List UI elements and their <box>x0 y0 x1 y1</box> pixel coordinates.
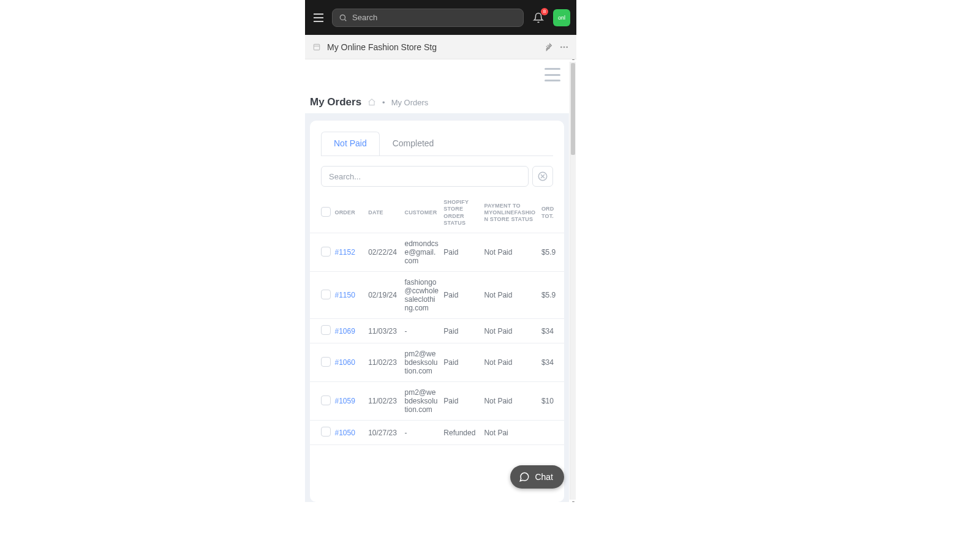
order-date: 11/02/23 <box>366 343 402 382</box>
scrollbar[interactable]: ▴ ▾ <box>570 62 576 500</box>
order-link[interactable]: #1069 <box>334 327 355 335</box>
svg-rect-2 <box>314 44 319 50</box>
notifications-button[interactable]: 8 <box>530 9 547 26</box>
breadcrumb: My Orders <box>391 98 429 107</box>
order-link[interactable]: #1150 <box>334 291 355 299</box>
order-payment-status: Not Paid <box>481 272 538 319</box>
more-icon[interactable] <box>559 42 569 52</box>
header-customer[interactable]: CUSTOMER <box>402 193 441 233</box>
scrollbar-thumb[interactable] <box>571 63 575 155</box>
order-total: $10 <box>539 382 564 421</box>
order-link[interactable]: #1059 <box>334 397 355 405</box>
account-button[interactable]: onl <box>553 9 570 26</box>
table-row: #1060 11/02/23 pm2@webdesksolution.com P… <box>310 343 564 382</box>
row-checkbox[interactable] <box>321 395 331 405</box>
order-payment-status: Not Pai <box>481 421 538 445</box>
order-payment-status: Not Paid <box>481 319 538 343</box>
order-customer: edmondcse@gmail.com <box>402 233 441 272</box>
order-shopify-status: Paid <box>441 343 481 382</box>
avatar-label: onl <box>558 15 565 21</box>
row-checkbox[interactable] <box>321 427 331 437</box>
order-link[interactable]: #1152 <box>334 248 355 257</box>
order-total: $5.9 <box>539 233 564 272</box>
header-order-total[interactable]: ORD TOT. <box>539 193 564 233</box>
order-total <box>539 421 564 445</box>
scroll-up-icon[interactable]: ▴ <box>570 59 576 62</box>
row-checkbox[interactable] <box>321 290 331 299</box>
scroll-down-icon[interactable]: ▾ <box>570 500 576 502</box>
clear-search-button[interactable] <box>532 166 553 187</box>
breadcrumb-separator: • <box>382 98 385 107</box>
order-customer: fashiongo@ccwholesaleclothing.com <box>402 272 441 319</box>
order-shopify-status: Refunded <box>441 421 481 445</box>
table-row: #1150 02/19/24 fashiongo@ccwholesaleclot… <box>310 272 564 319</box>
order-date: 02/22/24 <box>366 233 402 272</box>
row-checkbox[interactable] <box>321 357 331 367</box>
table-row: #1069 11/03/23 - Paid Not Paid $34 <box>310 319 564 343</box>
header-shopify-status[interactable]: SHOPIFY STORE ORDER STATUS <box>441 193 481 233</box>
order-customer: pm2@webdesksolution.com <box>402 382 441 421</box>
order-date: 02/19/24 <box>366 272 402 319</box>
order-customer: - <box>402 421 441 445</box>
table-row: #1152 02/22/24 edmondcse@gmail.com Paid … <box>310 233 564 272</box>
header-payment-status[interactable]: PAYMENT TO MYONLINEFASHION STORE STATUS <box>481 193 538 233</box>
home-icon[interactable] <box>368 98 376 107</box>
chat-icon <box>519 471 530 482</box>
chat-label: Chat <box>535 472 553 482</box>
order-payment-status: Not Paid <box>481 233 538 272</box>
search-icon <box>339 13 347 22</box>
order-date: 11/03/23 <box>366 319 402 343</box>
order-total: $5.9 <box>539 272 564 319</box>
tab-completed[interactable]: Completed <box>380 132 447 156</box>
header-order[interactable]: ORDER <box>332 193 366 233</box>
global-search-input[interactable]: Search <box>332 9 524 27</box>
order-customer: - <box>402 319 441 343</box>
table-row: #1050 10/27/23 - Refunded Not Pai <box>310 421 564 445</box>
table-row: #1059 11/02/23 pm2@webdesksolution.com P… <box>310 382 564 421</box>
table-search-placeholder: Search... <box>329 172 361 181</box>
clear-icon <box>537 171 548 182</box>
order-shopify-status: Paid <box>441 272 481 319</box>
pin-icon[interactable] <box>543 42 553 52</box>
order-link[interactable]: #1060 <box>334 358 355 367</box>
notification-badge: 8 <box>541 8 548 15</box>
row-checkbox[interactable] <box>321 247 331 257</box>
page-menu-button[interactable] <box>545 68 560 81</box>
order-shopify-status: Paid <box>441 233 481 272</box>
chat-button[interactable]: Chat <box>510 465 564 489</box>
svg-line-1 <box>345 19 347 21</box>
order-date: 11/02/23 <box>366 382 402 421</box>
svg-point-4 <box>560 46 562 48</box>
order-shopify-status: Paid <box>441 319 481 343</box>
order-payment-status: Not Paid <box>481 382 538 421</box>
global-search-placeholder: Search <box>352 13 377 22</box>
svg-point-6 <box>566 46 568 48</box>
order-customer: pm2@webdesksolution.com <box>402 343 441 382</box>
svg-point-0 <box>340 15 345 20</box>
order-total: $34 <box>539 343 564 382</box>
order-date: 10/27/23 <box>366 421 402 445</box>
order-link[interactable]: #1050 <box>334 429 355 437</box>
order-total: $34 <box>539 319 564 343</box>
order-shopify-status: Paid <box>441 382 481 421</box>
table-search-input[interactable]: Search... <box>321 166 529 187</box>
store-title: My Online Fashion Store Stg <box>327 42 537 52</box>
main-menu-button[interactable] <box>311 10 326 25</box>
tab-not-paid[interactable]: Not Paid <box>321 132 380 156</box>
svg-point-5 <box>564 46 565 48</box>
store-icon <box>312 43 321 51</box>
header-date[interactable]: DATE <box>366 193 402 233</box>
page-title: My Orders <box>310 96 361 108</box>
select-all-checkbox[interactable] <box>321 207 331 217</box>
row-checkbox[interactable] <box>321 325 331 335</box>
order-payment-status: Not Paid <box>481 343 538 382</box>
table-header-row: ORDER DATE CUSTOMER SHOPIFY STORE ORDER … <box>310 193 564 233</box>
